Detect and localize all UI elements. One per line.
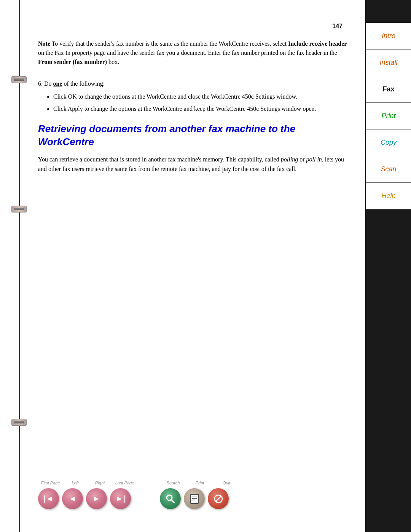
step-underline: one xyxy=(53,80,62,87)
last-page-button[interactable]: ►| xyxy=(110,488,131,509)
bullet-list: Click OK to change the options at the Wo… xyxy=(53,92,350,113)
sidebar-label-print: Print xyxy=(381,112,395,120)
left-button[interactable]: ◄ xyxy=(62,488,83,509)
nav-labels: First Page Left Right Last Page xyxy=(38,481,137,485)
nav-icons: |◄ ◄ ► ►| xyxy=(38,488,137,509)
sidebar-item-install[interactable]: Install xyxy=(366,50,411,76)
note-text2: on the Fax In property page and have the… xyxy=(38,50,337,56)
sidebar-item-print[interactable]: Print xyxy=(366,103,411,129)
action-icons xyxy=(160,488,240,509)
first-page-button[interactable]: |◄ xyxy=(38,488,59,509)
label-print: Print xyxy=(186,481,213,485)
action-buttons-group: Search Print Quit xyxy=(160,481,240,509)
label-right: Right xyxy=(88,481,112,485)
label-search: Search xyxy=(160,481,186,485)
note-label: Note xyxy=(38,40,50,47)
sidebar-bottom-bar xyxy=(366,209,411,532)
binding-clip-bot xyxy=(11,419,27,426)
page-number: 147 xyxy=(38,23,350,30)
bottom-note-divider xyxy=(38,73,350,73)
sidebar-label-copy: Copy xyxy=(381,139,397,147)
right-button[interactable]: ► xyxy=(86,488,107,509)
label-quit: Quit xyxy=(213,481,240,485)
sidebar-label-install: Install xyxy=(379,59,397,67)
top-divider xyxy=(38,33,350,33)
sidebar-top-bar xyxy=(366,0,411,23)
sidebar-label-fax: Fax xyxy=(382,85,394,93)
left-binding xyxy=(0,0,30,532)
sidebar-label-scan: Scan xyxy=(381,165,396,173)
label-last-page: Last Page xyxy=(112,481,137,485)
bullet-1: Click OK to change the options at the Wo… xyxy=(53,92,350,101)
main-content: 147 Note To verify that the sender's fax… xyxy=(30,0,365,532)
note-text1: To verify that the sender's fax number i… xyxy=(52,40,288,47)
step-number: 6. xyxy=(38,80,43,87)
action-labels: Search Print Quit xyxy=(160,481,240,485)
note-box: Note To verify that the sender's fax num… xyxy=(38,39,350,67)
sidebar-item-scan[interactable]: Scan xyxy=(366,156,411,183)
bullet-2: Click Apply to change the options at the… xyxy=(53,104,350,113)
sidebar-item-fax[interactable]: Fax xyxy=(366,76,411,103)
body-paragraph: You can retrieve a document that is stor… xyxy=(38,155,350,174)
note-text: Note To verify that the sender's fax num… xyxy=(38,39,350,67)
binding-clip-mid xyxy=(11,206,27,212)
svg-rect-2 xyxy=(191,494,198,503)
step-text-pre: Do xyxy=(44,80,53,87)
sidebar-label-intro: Intro xyxy=(382,32,395,40)
sidebar-label-help: Help xyxy=(381,192,395,200)
sidebar-item-copy[interactable]: Copy xyxy=(366,129,411,156)
print-button[interactable] xyxy=(184,488,205,509)
label-first-page: First Page xyxy=(38,481,63,485)
nav-bar: First Page Left Right Last Page |◄ ◄ ► ►… xyxy=(38,481,312,509)
note-text3: box. xyxy=(108,59,119,65)
sidebar-item-help[interactable]: Help xyxy=(366,183,411,209)
svg-line-7 xyxy=(216,496,221,502)
step-text-post: of the following: xyxy=(64,80,105,87)
label-left: Left xyxy=(63,481,88,485)
note-bold2: From sender (fax number) xyxy=(38,59,107,65)
page-nav-group: First Page Left Right Last Page |◄ ◄ ► ►… xyxy=(38,481,137,509)
svg-line-1 xyxy=(171,500,174,503)
section-heading: Retrieving documents from another fax ma… xyxy=(38,123,350,149)
quit-button[interactable] xyxy=(208,488,229,509)
binding-clip-top xyxy=(11,76,27,83)
step-6: 6. Do one of the following: xyxy=(38,79,350,88)
search-button[interactable] xyxy=(160,488,181,509)
right-sidebar: Intro Install Fax Print Copy Scan Help xyxy=(365,0,411,532)
sidebar-item-intro[interactable]: Intro xyxy=(366,23,411,50)
step-section: 6. Do one of the following: Click OK to … xyxy=(38,79,350,113)
note-bold1: Include receive header xyxy=(288,40,347,47)
